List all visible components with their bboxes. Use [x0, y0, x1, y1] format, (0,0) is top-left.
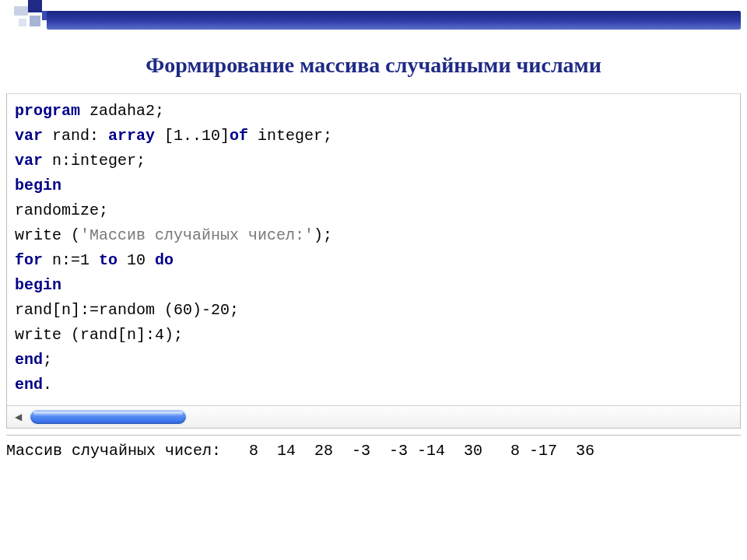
code-text: rand:	[43, 127, 108, 145]
square-icon	[28, 0, 42, 12]
keyword: var	[15, 152, 43, 170]
code-text: 10	[117, 251, 155, 269]
scroll-left-icon[interactable]: ◀	[10, 409, 26, 425]
code-line: begin	[15, 273, 734, 298]
code-text: n:=1	[43, 251, 99, 269]
keyword: end	[15, 351, 43, 369]
string-literal: 'Массив случайных чисел:'	[80, 226, 314, 244]
code-line: randomize;	[15, 198, 734, 223]
keyword: for	[15, 251, 43, 269]
program-output: Массив случайных чисел: 8 14 28 -3 -3 -1…	[6, 442, 741, 460]
code-line: var n:integer;	[15, 149, 734, 173]
code-text: .	[43, 376, 52, 394]
code-text: write (	[15, 226, 80, 244]
horizontal-scrollbar[interactable]: ◀	[7, 405, 740, 428]
code-text: integer;	[248, 127, 332, 145]
slide-header	[0, 0, 747, 31]
code-text: zadaha2;	[80, 102, 164, 120]
keyword: begin	[15, 276, 61, 294]
square-icon	[19, 19, 26, 26]
keyword: var	[15, 127, 43, 145]
scrollbar-thumb[interactable]	[30, 410, 186, 424]
square-icon	[30, 16, 40, 26]
keyword: of	[230, 127, 248, 145]
code-text: rand[n]:=random (60)-20;	[15, 301, 239, 319]
code-line: rand[n]:=random (60)-20;	[15, 298, 734, 323]
keyword: do	[155, 251, 174, 269]
code-editor: program zadaha2; var rand: array [1..10]…	[6, 93, 741, 429]
page-title: Формирование массива случайными числами	[0, 53, 747, 78]
code-line: begin	[15, 173, 734, 198]
header-bar	[47, 11, 741, 30]
code-text: randomize;	[15, 201, 108, 219]
code-text: [1..10]	[155, 127, 230, 145]
keyword: to	[99, 251, 117, 269]
keyword: end	[15, 376, 43, 394]
code-line: var rand: array [1..10]of integer;	[15, 124, 734, 149]
code-text: );	[314, 226, 332, 244]
code-text: n:integer;	[43, 152, 146, 170]
code-line: for n:=1 to 10 do	[15, 248, 734, 273]
code-content[interactable]: program zadaha2; var rand: array [1..10]…	[7, 94, 740, 405]
code-line: program zadaha2;	[15, 99, 734, 124]
square-icon	[14, 6, 28, 16]
keyword: array	[108, 127, 155, 145]
code-line: write ('Массив случайных чисел:');	[15, 223, 734, 248]
keyword: program	[15, 102, 80, 120]
code-text: write (rand[n]:4);	[15, 326, 183, 344]
divider	[6, 435, 741, 436]
code-line: end;	[15, 348, 734, 373]
code-line: write (rand[n]:4);	[15, 323, 734, 348]
keyword: begin	[15, 177, 61, 194]
code-text: ;	[43, 351, 52, 369]
code-line: end.	[15, 373, 734, 397]
